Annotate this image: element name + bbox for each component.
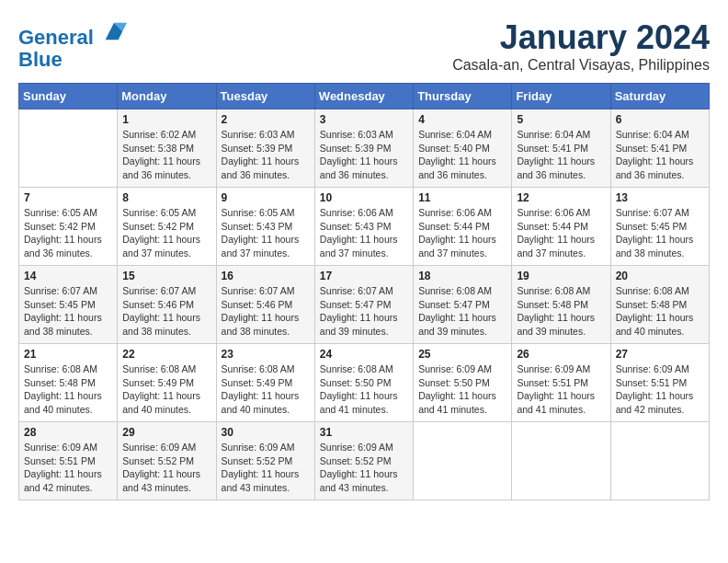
day-info: Sunrise: 6:06 AM Sunset: 5:44 PM Dayligh… xyxy=(418,206,506,260)
day-info: Sunrise: 6:04 AM Sunset: 5:41 PM Dayligh… xyxy=(616,128,704,182)
calendar-cell: 10Sunrise: 6:06 AM Sunset: 5:43 PM Dayli… xyxy=(314,188,413,266)
day-info: Sunrise: 6:07 AM Sunset: 5:45 PM Dayligh… xyxy=(24,284,112,339)
day-number: 5 xyxy=(517,113,605,126)
calendar-week-row: 1Sunrise: 6:02 AM Sunset: 5:38 PM Daylig… xyxy=(19,109,710,188)
calendar-cell: 7Sunrise: 6:05 AM Sunset: 5:42 PM Daylig… xyxy=(19,188,118,266)
day-info: Sunrise: 6:09 AM Sunset: 5:51 PM Dayligh… xyxy=(616,362,704,417)
day-number: 22 xyxy=(122,348,210,361)
day-number: 14 xyxy=(24,270,112,282)
day-number: 13 xyxy=(616,191,704,204)
day-number: 9 xyxy=(222,191,310,204)
weekday-header: Friday xyxy=(512,84,610,109)
day-number: 1 xyxy=(122,113,210,126)
page-header: General Blue January 2024 Casala-an, Cen… xyxy=(18,18,710,74)
day-number: 4 xyxy=(418,113,506,126)
day-info: Sunrise: 6:03 AM Sunset: 5:39 PM Dayligh… xyxy=(222,128,310,182)
calendar-cell: 14Sunrise: 6:07 AM Sunset: 5:45 PM Dayli… xyxy=(19,266,118,344)
day-info: Sunrise: 6:05 AM Sunset: 5:42 PM Dayligh… xyxy=(24,206,112,260)
calendar-header: SundayMondayTuesdayWednesdayThursdayFrid… xyxy=(19,84,710,109)
day-number: 11 xyxy=(418,191,506,204)
day-info: Sunrise: 6:02 AM Sunset: 5:38 PM Dayligh… xyxy=(122,128,210,182)
calendar-cell: 18Sunrise: 6:08 AM Sunset: 5:47 PM Dayli… xyxy=(414,266,512,344)
calendar-cell xyxy=(512,422,610,500)
day-number: 24 xyxy=(320,348,408,361)
day-info: Sunrise: 6:08 AM Sunset: 5:50 PM Dayligh… xyxy=(320,362,408,417)
calendar-cell: 21Sunrise: 6:08 AM Sunset: 5:48 PM Dayli… xyxy=(19,344,118,422)
day-number: 27 xyxy=(616,348,704,361)
day-number: 26 xyxy=(517,348,605,361)
calendar-cell: 1Sunrise: 6:02 AM Sunset: 5:38 PM Daylig… xyxy=(118,109,216,188)
day-number: 23 xyxy=(222,348,310,361)
calendar-cell: 15Sunrise: 6:07 AM Sunset: 5:46 PM Dayli… xyxy=(118,266,216,344)
day-number: 3 xyxy=(320,113,408,126)
location: Casala-an, Central Visayas, Philippines xyxy=(452,57,710,74)
calendar-cell: 13Sunrise: 6:07 AM Sunset: 5:45 PM Dayli… xyxy=(610,188,709,266)
calendar-cell: 9Sunrise: 6:05 AM Sunset: 5:43 PM Daylig… xyxy=(216,188,314,266)
day-info: Sunrise: 6:09 AM Sunset: 5:51 PM Dayligh… xyxy=(24,441,112,495)
calendar-cell: 12Sunrise: 6:06 AM Sunset: 5:44 PM Dayli… xyxy=(512,188,610,266)
day-number: 15 xyxy=(122,270,210,282)
day-info: Sunrise: 6:07 AM Sunset: 5:46 PM Dayligh… xyxy=(222,284,310,339)
day-info: Sunrise: 6:07 AM Sunset: 5:47 PM Dayligh… xyxy=(320,284,408,339)
day-number: 18 xyxy=(418,270,506,282)
day-info: Sunrise: 6:09 AM Sunset: 5:52 PM Dayligh… xyxy=(122,441,210,495)
calendar-cell: 23Sunrise: 6:08 AM Sunset: 5:49 PM Dayli… xyxy=(216,344,314,422)
day-number: 6 xyxy=(616,113,704,126)
calendar-cell: 2Sunrise: 6:03 AM Sunset: 5:39 PM Daylig… xyxy=(216,109,314,188)
weekday-header: Tuesday xyxy=(216,84,314,109)
day-info: Sunrise: 6:07 AM Sunset: 5:46 PM Dayligh… xyxy=(122,284,210,339)
day-number: 20 xyxy=(616,270,704,282)
calendar-cell: 5Sunrise: 6:04 AM Sunset: 5:41 PM Daylig… xyxy=(512,109,610,188)
calendar-cell: 19Sunrise: 6:08 AM Sunset: 5:48 PM Dayli… xyxy=(512,266,610,344)
day-info: Sunrise: 6:04 AM Sunset: 5:41 PM Dayligh… xyxy=(517,128,605,182)
calendar-cell: 25Sunrise: 6:09 AM Sunset: 5:50 PM Dayli… xyxy=(414,344,512,422)
month-title: January 2024 xyxy=(452,18,710,57)
title-block: January 2024 Casala-an, Central Visayas,… xyxy=(452,18,710,74)
day-info: Sunrise: 6:09 AM Sunset: 5:52 PM Dayligh… xyxy=(320,441,408,495)
day-info: Sunrise: 6:03 AM Sunset: 5:39 PM Dayligh… xyxy=(320,128,408,182)
day-number: 31 xyxy=(320,426,408,439)
calendar-table: SundayMondayTuesdayWednesdayThursdayFrid… xyxy=(18,83,710,500)
calendar-cell: 31Sunrise: 6:09 AM Sunset: 5:52 PM Dayli… xyxy=(314,422,413,500)
day-number: 25 xyxy=(418,348,506,361)
day-number: 17 xyxy=(320,270,408,282)
day-number: 28 xyxy=(24,426,112,439)
day-number: 12 xyxy=(517,191,605,204)
calendar-cell: 27Sunrise: 6:09 AM Sunset: 5:51 PM Dayli… xyxy=(610,344,709,422)
day-number: 16 xyxy=(222,270,310,282)
day-number: 2 xyxy=(222,113,310,126)
calendar-cell: 28Sunrise: 6:09 AM Sunset: 5:51 PM Dayli… xyxy=(19,422,118,500)
calendar-cell: 26Sunrise: 6:09 AM Sunset: 5:51 PM Dayli… xyxy=(512,344,610,422)
calendar-cell xyxy=(610,422,709,500)
day-info: Sunrise: 6:08 AM Sunset: 5:47 PM Dayligh… xyxy=(418,284,506,339)
weekday-header: Sunday xyxy=(19,84,118,109)
calendar-week-row: 28Sunrise: 6:09 AM Sunset: 5:51 PM Dayli… xyxy=(19,422,710,500)
day-info: Sunrise: 6:05 AM Sunset: 5:43 PM Dayligh… xyxy=(222,206,310,260)
calendar-cell: 3Sunrise: 6:03 AM Sunset: 5:39 PM Daylig… xyxy=(314,109,413,188)
calendar-week-row: 21Sunrise: 6:08 AM Sunset: 5:48 PM Dayli… xyxy=(19,344,710,422)
calendar-week-row: 7Sunrise: 6:05 AM Sunset: 5:42 PM Daylig… xyxy=(19,188,710,266)
logo-text: General xyxy=(18,18,127,49)
logo-icon xyxy=(101,18,127,44)
day-info: Sunrise: 6:08 AM Sunset: 5:49 PM Dayligh… xyxy=(122,362,210,417)
day-info: Sunrise: 6:05 AM Sunset: 5:42 PM Dayligh… xyxy=(122,206,210,260)
weekday-header: Thursday xyxy=(414,84,512,109)
calendar-cell: 24Sunrise: 6:08 AM Sunset: 5:50 PM Dayli… xyxy=(314,344,413,422)
calendar-cell: 4Sunrise: 6:04 AM Sunset: 5:40 PM Daylig… xyxy=(414,109,512,188)
day-number: 8 xyxy=(122,191,210,204)
day-info: Sunrise: 6:04 AM Sunset: 5:40 PM Dayligh… xyxy=(418,128,506,182)
calendar-cell: 22Sunrise: 6:08 AM Sunset: 5:49 PM Dayli… xyxy=(118,344,216,422)
day-number: 21 xyxy=(24,348,112,361)
day-info: Sunrise: 6:08 AM Sunset: 5:48 PM Dayligh… xyxy=(616,284,704,339)
day-number: 7 xyxy=(24,191,112,204)
day-info: Sunrise: 6:08 AM Sunset: 5:49 PM Dayligh… xyxy=(222,362,310,417)
day-info: Sunrise: 6:09 AM Sunset: 5:52 PM Dayligh… xyxy=(222,441,310,495)
calendar-cell: 16Sunrise: 6:07 AM Sunset: 5:46 PM Dayli… xyxy=(216,266,314,344)
day-info: Sunrise: 6:09 AM Sunset: 5:50 PM Dayligh… xyxy=(418,362,506,417)
day-info: Sunrise: 6:06 AM Sunset: 5:44 PM Dayligh… xyxy=(517,206,605,260)
calendar-cell: 11Sunrise: 6:06 AM Sunset: 5:44 PM Dayli… xyxy=(414,188,512,266)
calendar-week-row: 14Sunrise: 6:07 AM Sunset: 5:45 PM Dayli… xyxy=(19,266,710,344)
day-info: Sunrise: 6:07 AM Sunset: 5:45 PM Dayligh… xyxy=(616,206,704,260)
day-number: 30 xyxy=(222,426,310,439)
day-info: Sunrise: 6:06 AM Sunset: 5:43 PM Dayligh… xyxy=(320,206,408,260)
